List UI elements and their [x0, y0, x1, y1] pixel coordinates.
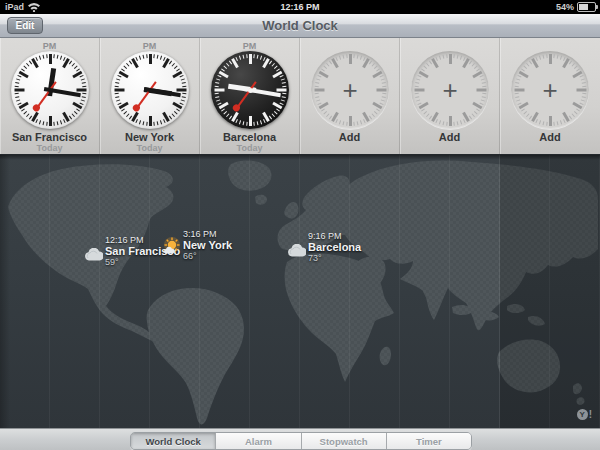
battery-icon: [577, 2, 596, 12]
plus-icon: +: [411, 51, 489, 129]
world-clock-slot[interactable]: PMSan FranciscoToday: [0, 38, 100, 154]
map-top-shadow: [0, 155, 600, 160]
add-clock-slot[interactable]: +Add: [500, 38, 600, 154]
clock-center-cap: [248, 88, 253, 93]
clock-day-label: Today: [0, 143, 99, 153]
clock-city-label: Barcelona: [200, 131, 299, 143]
map-city-name: New York: [183, 239, 232, 251]
add-label: Add: [500, 131, 600, 143]
add-clock-slot[interactable]: +Add: [300, 38, 400, 154]
second-hand: [136, 81, 157, 109]
add-clock-face: +: [511, 51, 589, 129]
clock-city-label: New York: [100, 131, 199, 143]
map-city-label: 3:16 PMNew York66°: [162, 229, 232, 261]
plus-icon: +: [511, 51, 589, 129]
tab-bar: World ClockAlarmStopwatchTimer: [0, 428, 600, 450]
map-city-time: 3:16 PM: [183, 229, 232, 239]
world-map: Y ! 12:16 PMSan Francisco59°3:16 PMNew Y…: [0, 155, 600, 428]
tab-stopwatch[interactable]: Stopwatch: [302, 433, 387, 449]
analog-clock-face: [11, 51, 89, 129]
clock-city-label: San Francisco: [0, 131, 99, 143]
yahoo-attribution: Y !: [577, 409, 592, 420]
add-label: Add: [300, 131, 399, 143]
map-edge-shade: [0, 155, 10, 428]
map-city-name: Barcelona: [308, 241, 361, 253]
analog-clock-face: [111, 51, 189, 129]
tab-segmented-control: World ClockAlarmStopwatchTimer: [130, 432, 472, 450]
clock-center-cap: [148, 88, 153, 93]
yahoo-icon: Y: [577, 409, 588, 420]
page-title: World Clock: [0, 18, 600, 33]
world-clock-slot[interactable]: PMBarcelonaToday: [200, 38, 300, 154]
map-night-shade: [500, 155, 600, 428]
partly-sunny-icon: [162, 236, 182, 260]
map-city-temp: 73°: [308, 253, 361, 263]
world-clock-slot[interactable]: PMNew YorkToday: [100, 38, 200, 154]
tab-world-clock[interactable]: World Clock: [131, 433, 216, 449]
second-hand: [236, 81, 257, 109]
clock-day-label: Today: [100, 143, 199, 153]
map-city-label: 9:16 PMBarcelona73°: [287, 231, 361, 263]
add-clock-slot[interactable]: +Add: [400, 38, 500, 154]
map-city-temp: 66°: [183, 251, 232, 261]
tab-timer[interactable]: Timer: [387, 433, 471, 449]
add-label: Add: [400, 131, 499, 143]
nav-bar: Edit World Clock: [0, 14, 600, 38]
analog-clock-face: [211, 51, 289, 129]
status-time: 12:16 PM: [0, 2, 600, 12]
second-hand: [36, 81, 57, 109]
clock-center-cap: [48, 88, 53, 93]
tab-alarm[interactable]: Alarm: [216, 433, 301, 449]
cloudy-icon: [287, 243, 306, 261]
clock-strip: PMSan FranciscoTodayPMNew YorkTodayPMBar…: [0, 38, 600, 155]
map-city-time: 9:16 PM: [308, 231, 361, 241]
add-clock-face: +: [311, 51, 389, 129]
status-bar: iPad 12:16 PM 54%: [0, 0, 600, 14]
clock-day-label: Today: [200, 143, 299, 153]
battery-percent: 54%: [556, 2, 574, 12]
cloudy-icon: [84, 247, 103, 265]
add-clock-face: +: [411, 51, 489, 129]
plus-icon: +: [311, 51, 389, 129]
